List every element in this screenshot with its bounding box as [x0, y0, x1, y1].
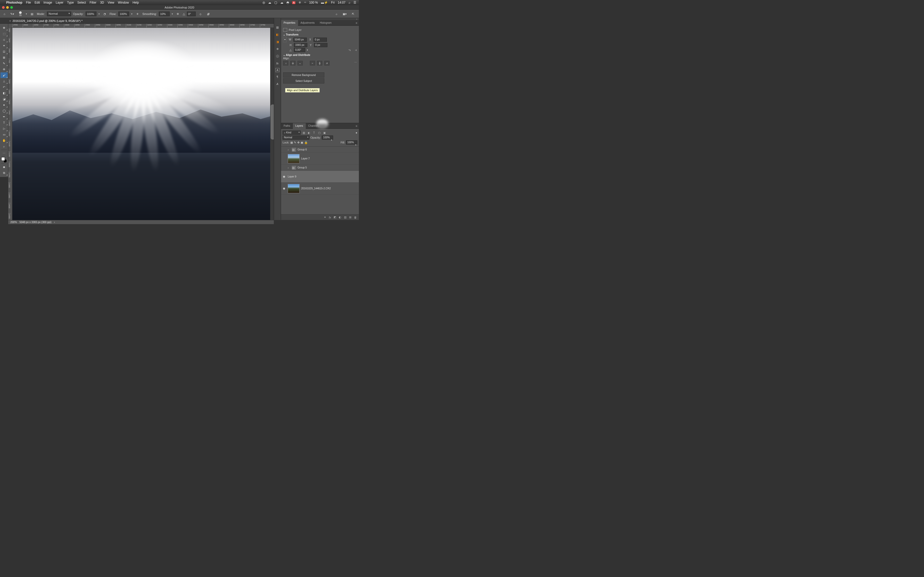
smoothing-options-icon[interactable]: ✲ — [175, 11, 181, 17]
edit-toolbar[interactable]: ⋯ — [0, 150, 8, 156]
layer-thumbnail[interactable] — [288, 154, 300, 163]
transform-header[interactable]: Transform — [283, 33, 357, 36]
layer-row-group5[interactable]: › ▥ Group 5 — [281, 164, 359, 171]
transform-angle[interactable]: 0,00° — [294, 48, 305, 52]
layer-row-cr2[interactable]: ◉ 20161029_144615-2.CR2 — [281, 183, 359, 195]
chevron-right-icon[interactable]: › — [288, 166, 290, 169]
tab-layers[interactable]: Layers — [293, 123, 306, 129]
document-tab[interactable]: 20161029_144720-2.psd @ 200% (Layer 9, R… — [12, 19, 82, 23]
menubar-app-icon-3[interactable]: ◓ — [286, 1, 289, 4]
crop-tool[interactable]: ⊡ — [0, 49, 8, 54]
status-arrow-icon[interactable]: › — [54, 221, 55, 224]
dock-paragraph-icon[interactable]: ¶ — [275, 74, 280, 79]
opacity-input[interactable]: 100% — [86, 11, 97, 16]
new-group-icon[interactable]: ▥ — [344, 216, 347, 219]
filter-adjust-icon[interactable]: ◐ — [307, 131, 311, 135]
cc-cloud-icon[interactable]: ☁ — [268, 1, 271, 4]
shape-tool[interactable]: ▭ — [0, 132, 8, 137]
visibility-toggle[interactable]: ◉ — [282, 175, 286, 178]
menubar-app-icon-1[interactable]: ▢ — [274, 1, 277, 4]
menu-type[interactable]: Type — [67, 1, 74, 4]
hand-tool[interactable]: ✋ — [0, 137, 8, 143]
screen-mode-toggle[interactable]: ⧉ — [0, 170, 8, 176]
tablet-pressure-icon[interactable]: ⦶ — [198, 11, 204, 17]
dodge-tool[interactable]: ◯ — [0, 108, 8, 114]
dock-history-icon[interactable]: ▥ — [275, 25, 280, 30]
spotlight-icon[interactable]: ⌕ — [349, 1, 351, 4]
properties-panel-menu-icon[interactable]: ≡ — [356, 21, 357, 24]
dock-swatches-icon[interactable]: ◨ — [275, 39, 280, 44]
remove-background-button[interactable]: Remove Background — [283, 73, 324, 77]
share-icon[interactable]: ⇱ — [350, 11, 356, 17]
align-hcenter-icon[interactable]: ╪ — [290, 61, 296, 65]
ruler-horizontal[interactable]: 2550260026502700275028002850290029503000… — [8, 24, 274, 28]
brush-tool[interactable]: 🖌 — [0, 73, 8, 78]
brush-panel-icon[interactable]: ▤ — [29, 11, 35, 17]
menu-filter[interactable]: Filter — [89, 1, 97, 4]
history-brush-tool[interactable]: ↶ — [0, 84, 8, 90]
filter-toggle-icon[interactable]: ● — [355, 131, 357, 134]
window-close-button[interactable] — [2, 6, 5, 9]
clock-time[interactable]: 14:07 — [338, 1, 346, 4]
quick-mask-toggle[interactable]: ◙ — [0, 164, 8, 170]
link-wh-icon[interactable]: ⚭ — [283, 37, 287, 42]
menu-window[interactable]: Window — [118, 1, 129, 4]
color-swatches[interactable] — [1, 157, 7, 163]
lock-transparency-icon[interactable]: ▦ — [290, 141, 293, 144]
menubar-app-icon-2[interactable]: ☁ — [280, 1, 283, 4]
quick-select-tool[interactable]: ✦ — [0, 43, 8, 48]
lock-position-icon[interactable]: ✥ — [297, 141, 300, 144]
flip-vertical-icon[interactable]: ⥽ — [355, 49, 357, 52]
frame-tool[interactable]: ⊠ — [0, 55, 8, 60]
menu-file[interactable]: File — [26, 1, 31, 4]
layer-row-group6[interactable]: › ▥ Group 6 — [281, 147, 359, 153]
airbrush-icon[interactable]: ✈ — [134, 11, 140, 17]
tab-close-icon[interactable]: × — [9, 19, 11, 23]
blend-mode-select[interactable]: Normal — [47, 11, 71, 16]
zoom-level[interactable]: 200% — [10, 221, 17, 224]
tab-properties[interactable]: Properties — [281, 20, 298, 26]
transform-width[interactable]: 5048 px — [293, 38, 307, 42]
dock-glyphs-icon[interactable]: A — [275, 81, 280, 87]
home-icon[interactable]: ⌂ — [2, 11, 7, 17]
opacity-pressure-icon[interactable]: ◔ — [102, 11, 108, 17]
workspace-icon[interactable]: ▣▾ — [342, 11, 347, 17]
window-minimize-button[interactable] — [6, 6, 9, 9]
flip-horizontal-icon[interactable]: ⥃ — [349, 49, 351, 52]
align-top-icon[interactable]: ⫟ — [310, 61, 315, 65]
layer-mask-icon[interactable]: ◩ — [334, 216, 336, 219]
type-tool[interactable]: T — [0, 120, 8, 126]
lock-pixels-icon[interactable]: ✎ — [294, 141, 296, 144]
smoothing-input[interactable]: 10% — [159, 11, 170, 16]
app-name[interactable]: Photoshop — [6, 1, 23, 4]
new-layer-icon[interactable]: ⊞ — [349, 216, 351, 219]
wifi-icon[interactable]: ⌔ — [304, 1, 306, 4]
brush-preset-picker[interactable]: 35 — [17, 11, 24, 16]
align-right-icon[interactable]: ⫠ — [297, 61, 303, 65]
menu-layer[interactable]: Layer — [56, 1, 63, 4]
ruler-vertical[interactable]: 5506006507007508008509009501000105011001… — [8, 28, 12, 220]
marquee-tool[interactable]: ⬚ — [0, 31, 8, 37]
link-layers-icon[interactable]: ⚭ — [324, 216, 326, 219]
lock-artboard-icon[interactable]: ▣ — [300, 141, 303, 144]
document-canvas[interactable] — [12, 28, 274, 220]
window-zoom-button[interactable] — [10, 6, 13, 9]
layer-fx-icon[interactable]: fx — [329, 216, 331, 219]
layer-row-layer9[interactable]: ◉ Layer 9 — [281, 171, 359, 183]
flow-input[interactable]: 100% — [118, 11, 129, 16]
move-tool[interactable]: ✥ — [0, 25, 8, 31]
filter-pixel-icon[interactable]: ▧ — [302, 131, 306, 135]
menu-view[interactable]: View — [108, 1, 114, 4]
adjustment-layer-icon[interactable]: ◐ — [339, 216, 341, 219]
search-icon[interactable]: ⌕ — [334, 11, 339, 17]
path-select-tool[interactable]: ▷ — [0, 126, 8, 131]
align-vcenter-icon[interactable]: ╫ — [317, 61, 322, 65]
filter-type-icon[interactable]: T — [312, 131, 316, 135]
align-header[interactable]: Align and Distribute — [283, 53, 357, 56]
filter-shape-icon[interactable]: ▢ — [317, 131, 321, 135]
transform-y[interactable]: 0 px — [314, 43, 328, 47]
menu-edit[interactable]: Edit — [34, 1, 40, 4]
angle-input[interactable]: 0° — [187, 11, 195, 16]
tab-histogram[interactable]: Histogram — [317, 20, 334, 26]
cc-status-icon[interactable]: ◎ — [262, 1, 265, 4]
